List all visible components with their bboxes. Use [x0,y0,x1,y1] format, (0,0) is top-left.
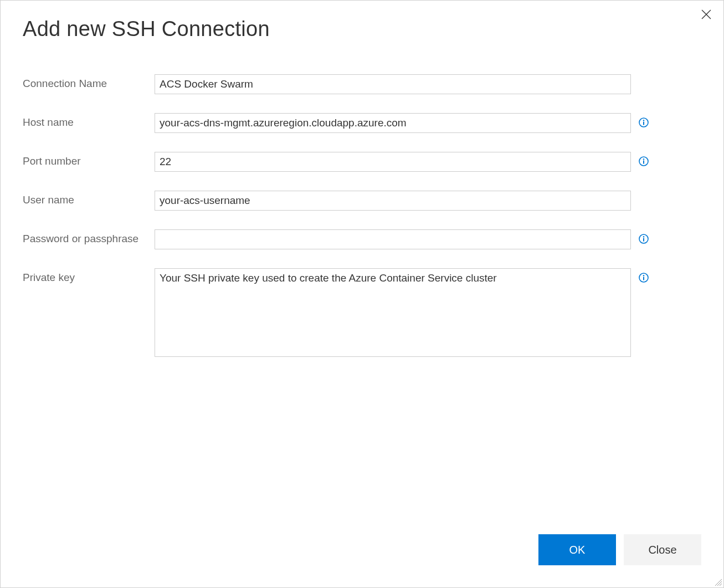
user-name-input[interactable] [155,191,631,211]
svg-line-16 [720,584,722,586]
row-user-name: User name [23,191,701,211]
info-icon[interactable] [639,156,649,166]
port-number-input[interactable] [155,152,631,172]
info-icon[interactable] [639,273,649,283]
svg-point-6 [643,158,644,160]
ssh-connection-dialog: Add new SSH Connection Connection Name H… [1,1,723,587]
button-bar: OK Close [538,534,701,565]
svg-line-15 [717,581,722,586]
info-icon[interactable] [639,117,649,127]
label-user-name: User name [23,191,155,206]
info-icon[interactable] [639,234,649,244]
svg-point-12 [643,275,644,276]
row-port-number: Port number [23,152,701,172]
svg-point-9 [643,236,644,237]
label-private-key: Private key [23,268,155,284]
private-key-textarea[interactable]: Your SSH private key used to create the … [155,268,631,357]
label-port-number: Port number [23,152,155,167]
dialog-title: Add new SSH Connection [23,17,701,41]
connection-name-input[interactable] [155,74,631,94]
row-host-name: Host name [23,113,701,133]
password-input[interactable] [155,229,631,249]
row-private-key: Private key Your SSH private key used to… [23,268,701,357]
svg-point-3 [643,120,644,121]
close-button[interactable]: Close [624,534,701,565]
svg-rect-7 [643,161,644,164]
label-password: Password or passphrase [23,229,155,245]
row-password: Password or passphrase [23,229,701,249]
resize-grip-icon[interactable] [713,577,722,586]
label-host-name: Host name [23,113,155,129]
host-name-input[interactable] [155,113,631,133]
ok-button[interactable]: OK [538,534,616,565]
label-connection-name: Connection Name [23,74,155,90]
row-connection-name: Connection Name [23,74,701,94]
svg-rect-4 [643,122,644,125]
svg-rect-10 [643,238,644,242]
svg-rect-13 [643,277,644,280]
close-icon[interactable] [701,9,712,21]
